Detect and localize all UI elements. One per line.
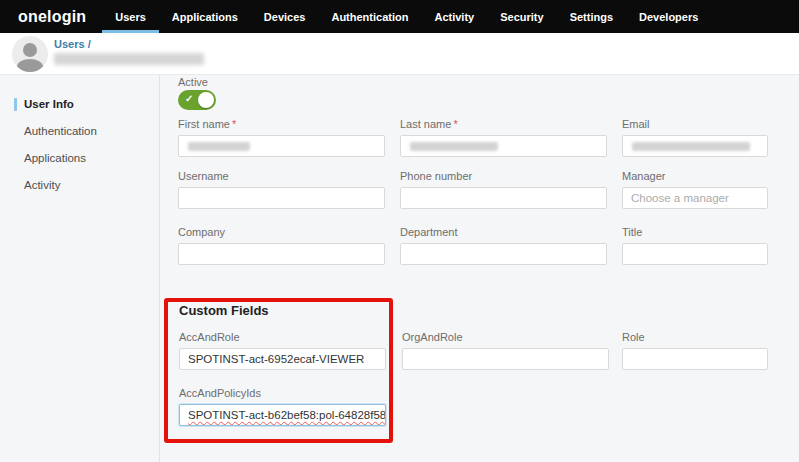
nav-item-authentication[interactable]: Authentication bbox=[318, 0, 421, 33]
title-input[interactable] bbox=[622, 243, 768, 265]
org-and-role-field: OrgAndRole bbox=[402, 331, 609, 370]
nav-item-developers[interactable]: Developers bbox=[626, 0, 711, 33]
nav-item-devices[interactable]: Devices bbox=[251, 0, 319, 33]
sidebar-item-applications[interactable]: Applications bbox=[0, 145, 159, 172]
breadcrumb-users-link[interactable]: Users / bbox=[54, 38, 91, 50]
acc-and-policy-ids-value: SPOTINST-act-b62bef58:pol-64828f58 bbox=[188, 409, 386, 421]
acc-and-policy-ids-input[interactable]: SPOTINST-act-b62bef58:pol-64828f58 bbox=[179, 404, 386, 426]
user-avatar-icon bbox=[12, 36, 48, 72]
acc-and-policy-ids-field: AccAndPolicyIds SPOTINST-act-b62bef58:po… bbox=[179, 387, 386, 426]
sidebar-item-label: Activity bbox=[24, 179, 60, 191]
company-input[interactable] bbox=[178, 243, 385, 265]
page-header: Users / bbox=[0, 33, 799, 75]
phone-number-input[interactable] bbox=[400, 187, 607, 209]
title-label: Title bbox=[622, 226, 768, 238]
check-icon: ✓ bbox=[185, 93, 193, 104]
department-label: Department bbox=[400, 226, 607, 238]
username-field: Username bbox=[178, 170, 385, 209]
email-label: Email bbox=[622, 118, 768, 130]
first-name-input[interactable] bbox=[178, 135, 385, 157]
acc-and-policy-ids-label: AccAndPolicyIds bbox=[179, 387, 386, 399]
nav-item-settings[interactable]: Settings bbox=[557, 0, 626, 33]
manager-input[interactable] bbox=[622, 187, 768, 209]
sidebar-item-user-info[interactable]: User Info bbox=[0, 91, 159, 118]
last-name-field: Last name* bbox=[400, 118, 607, 157]
last-name-label: Last name* bbox=[400, 118, 607, 130]
org-and-role-input[interactable] bbox=[402, 348, 609, 370]
redacted-username bbox=[54, 53, 204, 65]
username-input[interactable] bbox=[178, 187, 385, 209]
role-label: Role bbox=[622, 331, 768, 343]
nav-item-applications[interactable]: Applications bbox=[159, 0, 251, 33]
avatar-body-shape bbox=[17, 59, 43, 72]
active-label: Active bbox=[178, 76, 208, 88]
nav-item-users[interactable]: Users bbox=[102, 0, 159, 33]
sidebar-item-label: Applications bbox=[24, 152, 86, 164]
acc-and-role-label: AccAndRole bbox=[179, 331, 386, 343]
required-asterisk: * bbox=[453, 118, 457, 130]
active-toggle[interactable]: ✓ bbox=[178, 90, 216, 110]
active-indicator-bar bbox=[14, 98, 17, 111]
phone-number-field: Phone number bbox=[400, 170, 607, 209]
first-name-field: First name* bbox=[178, 118, 385, 157]
department-input[interactable] bbox=[400, 243, 607, 265]
company-label: Company bbox=[178, 226, 385, 238]
sidebar-item-label: Authentication bbox=[24, 125, 97, 137]
org-and-role-label: OrgAndRole bbox=[402, 331, 609, 343]
custom-fields-heading: Custom Fields bbox=[179, 303, 269, 318]
company-field: Company bbox=[178, 226, 385, 265]
manager-field: Manager bbox=[622, 170, 768, 209]
acc-and-role-field: AccAndRole bbox=[179, 331, 386, 370]
sidebar-item-authentication[interactable]: Authentication bbox=[0, 118, 159, 145]
onelogin-user-page: onelogin Users Applications Devices Auth… bbox=[0, 0, 799, 462]
title-field: Title bbox=[622, 226, 768, 265]
required-asterisk: * bbox=[232, 118, 236, 130]
last-name-input[interactable] bbox=[400, 135, 607, 157]
sidebar: User Info Authentication Applications Ac… bbox=[0, 75, 160, 462]
nav-item-activity[interactable]: Activity bbox=[421, 0, 487, 33]
manager-label: Manager bbox=[622, 170, 768, 182]
phone-number-label: Phone number bbox=[400, 170, 607, 182]
sidebar-item-label: User Info bbox=[24, 98, 74, 110]
email-input[interactable] bbox=[622, 135, 768, 157]
role-field: Role bbox=[622, 331, 768, 370]
username-label: Username bbox=[178, 170, 385, 182]
onelogin-logo: onelogin bbox=[18, 0, 86, 33]
avatar-head-shape bbox=[23, 43, 37, 57]
department-field: Department bbox=[400, 226, 607, 265]
role-input[interactable] bbox=[622, 348, 768, 370]
first-name-label: First name* bbox=[178, 118, 385, 130]
nav-items: Users Applications Devices Authenticatio… bbox=[102, 0, 711, 33]
acc-and-role-input[interactable] bbox=[179, 348, 386, 370]
toggle-knob bbox=[198, 92, 214, 108]
nav-item-security[interactable]: Security bbox=[487, 0, 556, 33]
top-nav: onelogin Users Applications Devices Auth… bbox=[0, 0, 799, 33]
email-field: Email bbox=[622, 118, 768, 157]
sidebar-item-activity[interactable]: Activity bbox=[0, 172, 159, 199]
